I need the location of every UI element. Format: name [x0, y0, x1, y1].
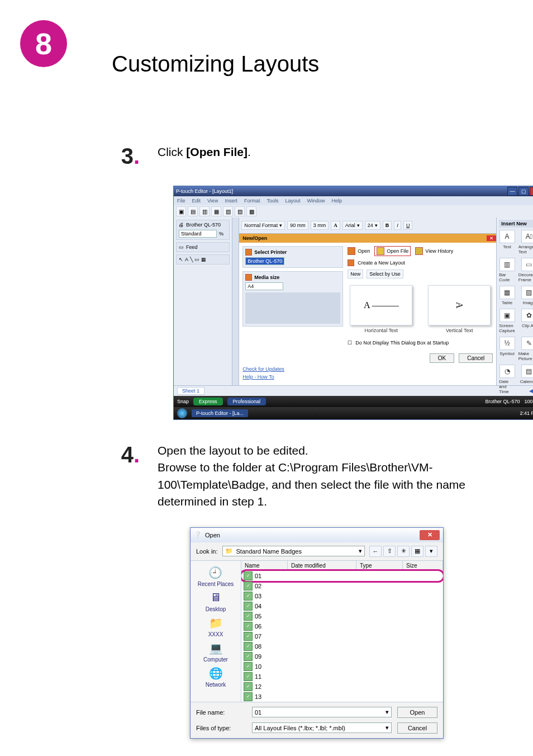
maximize-button[interactable]: ▢ [518, 187, 529, 196]
file-row[interactable]: ✓02 [241, 581, 443, 591]
col-size[interactable]: Size [403, 561, 443, 570]
place-item[interactable]: 🌐Network [206, 666, 226, 688]
insert-item[interactable]: ▨Image [518, 286, 533, 305]
toolbar-button[interactable]: ▤ [188, 206, 198, 216]
nav-newfolder-button[interactable]: ✳ [397, 546, 410, 557]
menu-item[interactable]: Edit [192, 198, 201, 204]
underline-button[interactable]: U [403, 221, 413, 230]
nav-view-menu[interactable]: ▾ [425, 546, 437, 557]
chevron-down-icon[interactable]: ▾ [386, 724, 389, 731]
insert-item[interactable]: ½Symbol [499, 337, 515, 361]
insert-item[interactable]: ▣Screen Capture [499, 309, 515, 333]
menu-item[interactable]: Window [307, 198, 325, 204]
tool-rect-icon[interactable]: ▭ [194, 257, 199, 262]
insert-item[interactable]: ✎Make Picture [518, 337, 533, 361]
insert-item[interactable]: ▭Decorative Frame [518, 258, 533, 282]
filename-input[interactable]: 01 ▾ [252, 707, 392, 717]
insert-item[interactable]: AText [499, 230, 515, 254]
new-button[interactable]: New [348, 270, 363, 278]
file-row[interactable]: ✓10 [241, 662, 443, 672]
nav-view-button[interactable]: ▦ [411, 546, 423, 557]
select-by-use-button[interactable]: Select by Use [367, 270, 403, 278]
insert-item[interactable]: ◔Date and Time [499, 365, 515, 394]
place-item[interactable]: 📁XXXX [207, 616, 225, 637]
paper-select[interactable]: Standard [179, 230, 217, 238]
insert-item[interactable]: ▦Table [499, 286, 515, 305]
tool-arrow-icon[interactable]: ↖ [179, 257, 183, 262]
close-button[interactable]: × [530, 187, 533, 196]
file-row[interactable]: ✓04 [241, 601, 443, 611]
font-select[interactable]: Arial▾ [342, 221, 363, 230]
toolbar-button[interactable]: ▦ [211, 206, 221, 216]
col-name[interactable]: Name [241, 561, 288, 570]
ok-button[interactable]: OK [430, 353, 454, 363]
help-icon[interactable]: ❔ [194, 531, 202, 538]
filetype-dropdown[interactable]: All Layout Files (*.lbx; *.lbl; *.mbl) ▾ [252, 722, 392, 733]
file-row[interactable]: ✓09 [241, 651, 443, 662]
file-row[interactable]: ✓01 [241, 571, 443, 581]
toolbar-button[interactable]: ▥ [199, 206, 210, 216]
toolbar-button[interactable]: ▩ [246, 206, 256, 216]
toolbar-button[interactable]: ▣ [176, 206, 186, 216]
place-item[interactable]: 🕘Recent Places [198, 565, 234, 587]
open-file-link[interactable]: Open File [387, 248, 408, 254]
toolbar-button[interactable]: ▧ [223, 206, 233, 216]
professional-tab[interactable]: Professional [227, 398, 266, 405]
scroll-handle[interactable]: ◀ ▶ [529, 388, 533, 394]
insert-item[interactable]: ▥Bar Code [499, 258, 515, 282]
mode-input[interactable]: 3 mm [311, 221, 329, 230]
cancel-button[interactable]: Cancel [459, 353, 493, 363]
feed-label[interactable]: Feed [186, 244, 198, 250]
printer-dropdown[interactable]: Brother QL-570 [245, 257, 284, 265]
size-select[interactable]: 24▾ [365, 221, 380, 230]
col-type[interactable]: Type [356, 561, 403, 570]
file-row[interactable]: ✓11 [241, 672, 443, 682]
menu-item[interactable]: Help [331, 198, 342, 204]
file-row[interactable]: ✓12 [241, 682, 443, 692]
nav-back-button[interactable]: ← [369, 546, 382, 557]
menu-item[interactable]: Format [244, 198, 260, 204]
snap-label[interactable]: Snap [177, 399, 189, 404]
tool-line-icon[interactable]: ╲ [190, 257, 193, 262]
sheet-tab[interactable]: Sheet 1 [177, 387, 204, 395]
chevron-down-icon[interactable]: ▾ [386, 708, 389, 716]
insert-item[interactable]: A͛Arrange Text [518, 230, 533, 254]
file-row[interactable]: ✓05 [241, 611, 443, 621]
tool-grid-icon[interactable]: ▦ [201, 257, 206, 262]
cancel-button[interactable]: Cancel [397, 722, 437, 734]
lookin-dropdown[interactable]: 📁Standard Name Badges ▾ [222, 546, 365, 556]
format-select[interactable]: Normal Format▾ [241, 221, 285, 230]
view-history-link[interactable]: View History [425, 248, 453, 254]
place-item[interactable]: 💻Computer [203, 641, 228, 663]
check-updates-link[interactable]: Check for Updates [242, 366, 343, 372]
layout-thumb[interactable]: A ——— Horizontal Text [348, 285, 415, 333]
checkbox[interactable]: ☐ [348, 340, 352, 346]
menu-item[interactable]: Insert [225, 198, 237, 204]
menu-item[interactable]: File [177, 198, 185, 204]
italic-button[interactable]: I [394, 221, 401, 230]
dialog-close-button[interactable]: ✕ [420, 530, 440, 540]
file-row[interactable]: ✓08 [241, 641, 443, 651]
taskbar-app[interactable]: P-touch Editor - [La... [192, 409, 248, 417]
menu-item[interactable]: Layout [285, 198, 300, 204]
help-howto-link[interactable]: Help - How To [242, 374, 343, 380]
place-item[interactable]: 🖥Desktop [206, 590, 226, 612]
layout-thumb[interactable]: A Vertical Text [426, 285, 493, 333]
newopen-close[interactable]: × [487, 235, 496, 241]
minimize-button[interactable]: — [507, 187, 517, 196]
bold-button[interactable]: B [383, 221, 392, 230]
tool-text-icon[interactable]: A [185, 257, 188, 262]
file-row[interactable]: ✓03 [241, 591, 443, 601]
col-date[interactable]: Date modified [288, 561, 356, 570]
menu-item[interactable]: View [207, 198, 218, 204]
menu-item[interactable]: Tools [266, 198, 278, 204]
toolbar-button[interactable]: ▨ [235, 206, 245, 216]
open-button[interactable]: Open [397, 707, 437, 718]
width-input[interactable]: 90 mm [287, 221, 308, 230]
media-dropdown[interactable]: A4 [245, 282, 283, 290]
file-row[interactable]: ✓07 [241, 631, 443, 641]
express-tab[interactable]: Express [193, 398, 223, 405]
nav-up-button[interactable]: ⇧ [383, 546, 396, 557]
file-row[interactable]: ✓13 [241, 692, 443, 702]
open-label[interactable]: Open [358, 248, 370, 254]
